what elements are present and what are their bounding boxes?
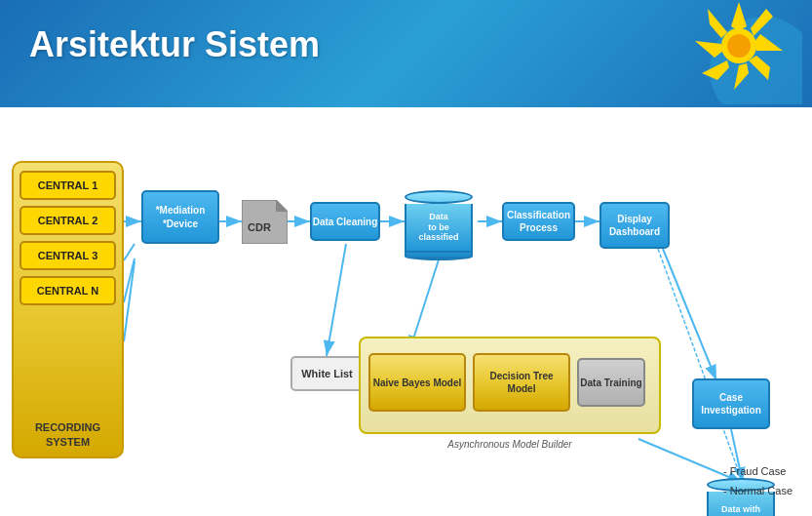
recording-system-container: CENTRAL 1 CENTRAL 2 CENTRAL 3 CENTRAL N … xyxy=(12,161,124,458)
decision-tree-box: Decision Tree Model xyxy=(473,353,570,412)
svg-text:CDR: CDR xyxy=(248,221,271,233)
svg-line-24 xyxy=(658,249,743,483)
data-training-box: Data Training xyxy=(577,358,645,407)
recording-system-label: RECORDINGSYSTEM xyxy=(35,420,100,449)
cylinder-top xyxy=(405,190,473,204)
async-label: Asynchronous Model Builder xyxy=(359,439,661,450)
naive-bayes-label: Naive Bayes Model xyxy=(373,377,462,389)
cylinder-bottom xyxy=(405,253,473,260)
data-classify-label: Datato beclassified xyxy=(418,212,458,243)
naive-bayes-box: Naive Bayes Model xyxy=(368,353,466,412)
svg-line-15 xyxy=(124,258,135,302)
classification-label: Classification Process xyxy=(504,209,573,234)
cdr-box: CDR xyxy=(242,200,288,244)
svg-marker-1 xyxy=(731,2,747,31)
legend-item-2: - Normal Case xyxy=(723,482,793,501)
svg-marker-8 xyxy=(708,9,727,38)
data-classify-cylinder: Datato beclassified xyxy=(405,190,473,260)
svg-line-14 xyxy=(124,244,135,260)
logo-icon xyxy=(676,2,802,104)
svg-point-10 xyxy=(727,34,751,58)
svg-line-26 xyxy=(327,244,346,356)
mediation-label: *Mediation*Device xyxy=(156,204,206,231)
display-dashboard-box: Display Dashboard xyxy=(599,202,670,249)
classification-box: Classification Process xyxy=(502,202,575,241)
display-dashboard-label: Display Dashboard xyxy=(601,213,668,238)
whitelist-label: White List xyxy=(301,368,353,379)
mediation-box: *Mediation*Device xyxy=(141,190,219,244)
async-container: Naive Bayes Model Decision Tree Model Da… xyxy=(359,337,661,434)
decision-tree-label: Decision Tree Model xyxy=(475,370,568,395)
header: Arsitektur Sistem xyxy=(0,0,812,107)
svg-line-22 xyxy=(663,249,716,380)
cylinder-body: Datato beclassified xyxy=(405,204,473,253)
legend-item-1: - Fraud Case xyxy=(723,462,793,482)
data-cleaning-label: Data Cleaning xyxy=(313,216,378,228)
central-1-box: CENTRAL 1 xyxy=(19,171,116,200)
central-2-box: CENTRAL 2 xyxy=(19,206,116,235)
diagram-area: CENTRAL 1 CENTRAL 2 CENTRAL 3 CENTRAL N … xyxy=(0,107,812,516)
data-training-label: Data Training xyxy=(580,377,641,389)
data-final-label: Data withFinal Status xyxy=(715,504,765,516)
whitelist-box: White List xyxy=(290,356,364,391)
case-investigation-box: Case Investigation xyxy=(692,378,770,429)
case-investigation-label: Case Investigation xyxy=(694,391,768,417)
central-3-box: CENTRAL 3 xyxy=(19,241,116,270)
svg-line-16 xyxy=(124,261,135,341)
legend: - Fraud Case - Normal Case xyxy=(723,462,793,501)
page-title: Arsitektur Sistem xyxy=(29,24,320,65)
data-cleaning-box: Data Cleaning xyxy=(310,202,380,241)
async-label-text: Asynchronous Model Builder xyxy=(447,439,571,450)
central-n-box: CENTRAL N xyxy=(19,276,116,305)
